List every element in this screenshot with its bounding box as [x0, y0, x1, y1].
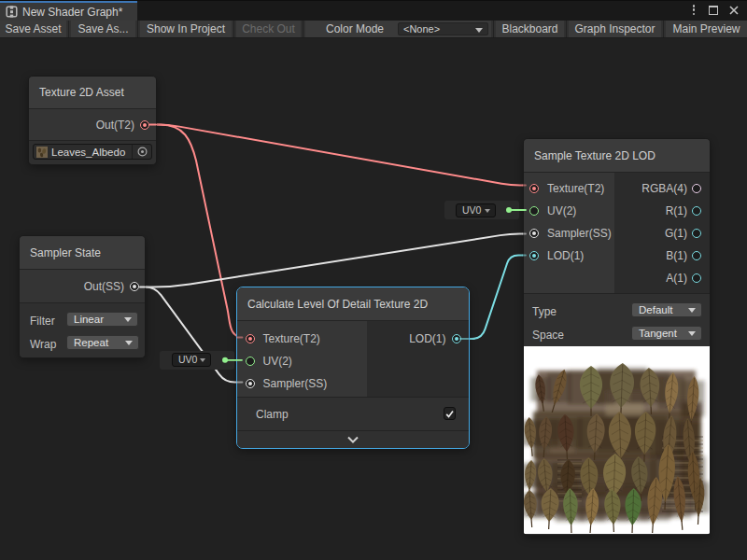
port-row: Texture(T2): [524, 177, 614, 200]
port-label-b: B(1): [666, 249, 687, 262]
node-controls-section: Clamp: [237, 397, 469, 430]
space-dropdown[interactable]: Tangent: [631, 326, 702, 341]
dot: [532, 254, 536, 258]
port-row: Out(T2): [29, 109, 156, 141]
port-row: UV(2): [237, 350, 367, 372]
port-label-lod: LOD(1): [547, 249, 584, 262]
dot: [455, 337, 458, 341]
output-ports-column: LOD(1): [367, 321, 469, 397]
object-picker-icon[interactable]: [132, 145, 151, 159]
node-preview: [524, 346, 710, 534]
port-in-sampler[interactable]: [529, 229, 539, 238]
port-out-rgba[interactable]: [692, 184, 701, 193]
texture-thumbnail-icon: [36, 147, 48, 158]
port-row: G(1): [614, 222, 710, 245]
dropdown-caret-icon: [688, 331, 696, 336]
port-row: Sampler(SS): [237, 372, 367, 395]
dropdown-caret-icon: [688, 308, 696, 313]
wrap-dropdown[interactable]: Repeat: [66, 335, 139, 350]
input-ports-column: Texture(T2) UV(2) Sampler(SS): [237, 321, 367, 397]
port-in-uv[interactable]: [246, 357, 255, 366]
chevron-down-icon: [346, 436, 359, 443]
dot: [303, 21, 303, 37]
type-value: Default: [639, 304, 672, 315]
node-title: Sampler State: [20, 236, 145, 270]
dropdown-caret-icon: [124, 317, 132, 322]
port-out-t2[interactable]: [140, 120, 149, 130]
maximize-glyph: [709, 6, 718, 15]
port-row: A(1): [614, 267, 710, 289]
port-row: Texture(T2): [237, 328, 367, 350]
node-sampler-state[interactable]: Sampler State Out(SS) Filter Linear Wrap…: [19, 235, 146, 358]
maximize-icon[interactable]: [702, 0, 725, 21]
port-label-lod-out: LOD(1): [409, 332, 445, 345]
clamp-checkbox[interactable]: [444, 407, 456, 420]
port-in-lod[interactable]: [529, 251, 539, 260]
uv-channel-dropdown[interactable]: UV0: [456, 203, 496, 217]
dot: [493, 21, 494, 37]
port-label-out-t2: Out(T2): [96, 119, 134, 132]
texture-object-field[interactable]: Leaves_Albedo: [33, 144, 152, 160]
color-mode-dropdown[interactable]: <None>: [398, 22, 488, 35]
port-out-ss[interactable]: [130, 282, 139, 291]
save-as-button[interactable]: Save As...: [71, 21, 135, 37]
tab-title: New Shader Graph*: [22, 6, 122, 19]
port-row: LOD(1): [367, 328, 469, 350]
close-icon[interactable]: [725, 0, 745, 21]
port-out-a[interactable]: [692, 273, 701, 283]
graph-inspector-button[interactable]: Graph Inspector: [569, 21, 661, 37]
uv-channel-dropdown[interactable]: UV0: [172, 353, 211, 367]
node-controls-section: Leaves_Albedo: [29, 141, 156, 165]
show-in-project-button[interactable]: Show In Project: [140, 21, 232, 37]
port-in-texture[interactable]: [246, 334, 255, 343]
filter-dropdown[interactable]: Linear: [66, 312, 138, 327]
port-in-sampler[interactable]: [246, 379, 255, 388]
port-row: RGBA(4): [614, 177, 710, 200]
check-out-button[interactable]: Check Out: [236, 21, 301, 37]
port-label-texture: Texture(T2): [263, 332, 320, 345]
dot: [693, 8, 695, 10]
dot: [566, 21, 567, 37]
port-row: B(1): [614, 245, 710, 267]
ports-section: Out(T2): [29, 109, 156, 141]
tab-new-shader-graph[interactable]: New Shader Graph*: [0, 0, 137, 21]
wrap-label: Wrap: [30, 338, 56, 351]
filter-label: Filter: [30, 315, 55, 328]
save-asset-button[interactable]: Save Asset: [0, 21, 66, 37]
main-preview-button[interactable]: Main Preview: [666, 21, 747, 37]
dot: [693, 5, 695, 7]
dot: [143, 123, 147, 127]
texture-name: Leaves_Albedo: [51, 147, 132, 158]
port-label-r: R(1): [666, 204, 687, 217]
port-label-sampler: Sampler(SS): [263, 377, 328, 390]
node-texture-2d-asset[interactable]: Texture 2D Asset Out(T2) Leaves_Albedo: [28, 76, 157, 165]
uv-channel-widget-sample: UV0: [444, 201, 519, 219]
port-out-lod[interactable]: [452, 334, 461, 343]
checkmark-icon: [444, 409, 455, 419]
dot: [248, 337, 252, 341]
type-dropdown[interactable]: Default: [631, 302, 702, 317]
port-label-out-ss: Out(SS): [84, 280, 124, 293]
dot: [663, 21, 664, 37]
port-row: R(1): [614, 200, 710, 222]
port-out-b[interactable]: [692, 251, 701, 260]
uv-channel-value: UV0: [178, 354, 197, 365]
dot: [133, 285, 136, 288]
title-bar: New Shader Graph*: [0, 0, 747, 21]
node-title: Sample Texture 2D LOD: [524, 139, 710, 173]
port-label-sampler: Sampler(SS): [547, 227, 612, 240]
uv-channel-value: UV0: [462, 204, 481, 216]
port-in-texture[interactable]: [529, 184, 539, 193]
blackboard-button[interactable]: Blackboard: [496, 21, 564, 37]
dot: [532, 187, 536, 190]
collapse-preview-button[interactable]: [237, 430, 469, 448]
uv-channel-widget-calculate: UV0: [160, 351, 234, 370]
node-sample-texture-2d-lod[interactable]: Sample Texture 2D LOD Texture(T2) UV(2) …: [523, 138, 711, 536]
port-in-uv[interactable]: [529, 206, 539, 216]
node-controls-section: Type Default Space Tangent: [524, 293, 710, 348]
node-calculate-lod[interactable]: Calculate Level Of Detail Texture 2D Tex…: [236, 287, 470, 449]
port-out-r[interactable]: [692, 206, 701, 216]
port-out-g[interactable]: [692, 229, 701, 238]
window-menu-icon[interactable]: [685, 0, 702, 21]
port-row: UV(2): [524, 200, 614, 222]
